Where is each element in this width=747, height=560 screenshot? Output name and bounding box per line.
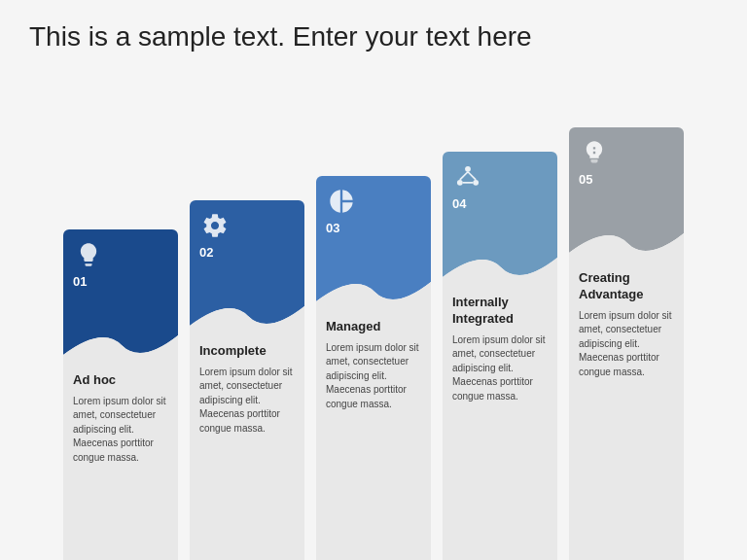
card-3-text: Lorem ipsum dolor sit amet, consectetuer… [326,341,421,412]
card-5: 05 Creating Advantage Lorem ipsum dolor … [569,127,684,560]
wave-1 [63,326,178,365]
card-1-text: Lorem ipsum dolor sit amet, consectetuer… [73,395,168,466]
card-1-number: 01 [73,274,87,289]
card-2-label: Incomplete [199,343,295,360]
cards-container: 01 Ad hoc Lorem ipsum dolor sit amet, co… [0,113,747,560]
svg-point-2 [473,180,479,186]
head-icon [581,139,608,166]
card-2: 02 Incomplete Lorem ipsum dolor sit amet… [190,200,304,560]
triangle-icon [454,163,481,191]
svg-line-4 [468,172,476,180]
card-5-label: Creating Advantage [579,270,674,303]
pie-icon [328,188,355,215]
svg-point-1 [457,180,463,186]
card-5-number: 05 [579,172,592,187]
card-2-number: 02 [199,245,213,260]
card-2-text: Lorem ipsum dolor sit amet, consectetuer… [199,366,295,437]
page-title: This is a sample text. Enter your text h… [0,0,747,62]
card-4-label: Internally Integrated [452,295,548,328]
card-3: 03 Managed Lorem ipsum dolor sit amet, c… [316,176,431,560]
wave-5 [569,224,684,262]
bulb-icon [75,241,102,268]
wave-3 [316,272,431,311]
card-1: 01 Ad hoc Lorem ipsum dolor sit amet, co… [63,229,178,560]
card-4: 04 Internally Integrated Lorem ipsum dol… [443,152,557,560]
svg-point-0 [465,166,471,172]
wave-2 [190,297,304,335]
gears-icon [201,212,229,239]
card-1-label: Ad hoc [73,372,168,389]
card-3-label: Managed [326,319,421,335]
card-4-number: 04 [452,196,466,211]
card-3-number: 03 [326,221,339,235]
card-5-text: Lorem ipsum dolor sit amet, consectetuer… [579,309,674,380]
svg-line-3 [460,172,468,180]
card-4-text: Lorem ipsum dolor sit amet, consectetuer… [452,333,548,404]
wave-4 [443,248,557,287]
